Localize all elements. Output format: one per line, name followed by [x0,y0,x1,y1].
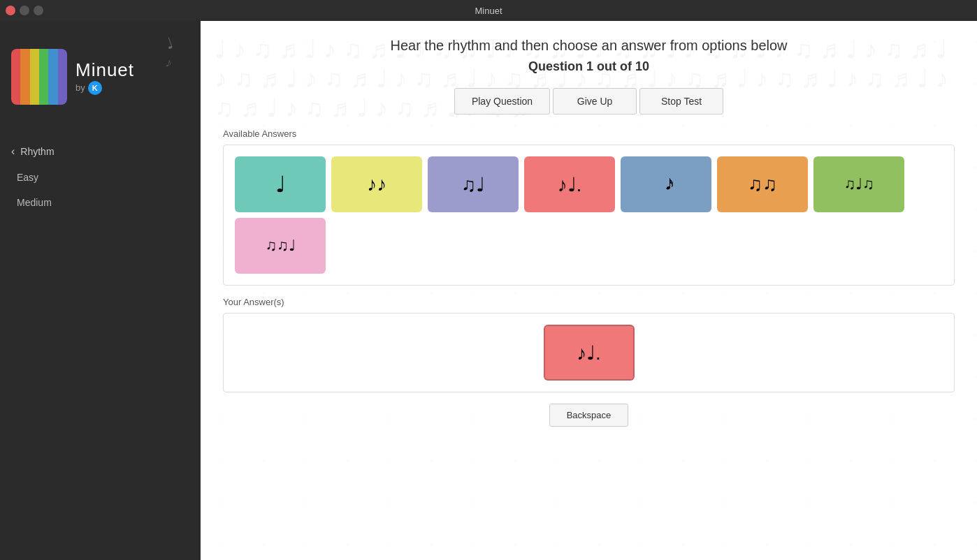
app-icon [11,49,67,105]
note-icon-8: ♫♫♩ [266,237,296,255]
deco-notes: ♩ ♪ [166,35,173,71]
titlebar: Minuet [0,0,977,21]
note-icon-4: ♪♩. [558,173,582,196]
answer-card-7[interactable]: ♫♩♫ [813,156,904,212]
piano-key-3 [30,49,39,105]
nav-back-label: Rhythm [20,146,54,157]
app-name: Minuet [75,59,134,81]
sidebar-item-easy[interactable]: Easy [0,165,201,190]
your-answers-section: ♪♩. [223,313,955,392]
app-logo-area: ♩ ♪ Minuet by K [0,21,201,133]
chevron-left-icon: ‹ [11,145,15,158]
piano-key-2 [20,49,29,105]
answer-card-8[interactable]: ♫♫♩ [235,218,326,274]
app-name-block: Minuet by K [75,59,134,95]
app-body: ♩ ♪ Minuet by K ‹ Rhythm Easy Medium [0,21,977,560]
answer-cards-grid: ♩ ♪♪ ♫♩ ♪♩. 𝅘𝅥𝅯𝅘𝅥𝅯𝅘𝅥𝅯𝅘𝅥𝅯 [235,156,943,274]
note-icon-3: ♫♩ [461,173,485,196]
selected-note-icon: ♪♩. [577,341,601,364]
close-button[interactable] [6,6,15,15]
maximize-button[interactable] [34,6,43,15]
question-label: Question 1 out of 10 [223,59,955,74]
note-icon-7: ♫♩♫ [844,175,874,193]
piano-key-6 [58,49,67,105]
minimize-button[interactable] [20,6,29,15]
answer-card-5[interactable]: 𝅘𝅥𝅯𝅘𝅥𝅯𝅘𝅥𝅯𝅘𝅥𝅯 [621,156,711,212]
answer-card-2[interactable]: ♪♪ [331,156,422,212]
selected-answer-card[interactable]: ♪♩. [544,325,635,381]
main-content: ♩ ♪ ♫ ♬ ♩ ♪ ♫ ♬ ♩ ♪ ♫ ♬ ♩ ♪ ♫ ♬ ♩ ♪ ♫ ♬ … [201,21,977,560]
available-answers-label: Available Answers [223,128,955,139]
available-answers-section: ♩ ♪♪ ♫♩ ♪♩. 𝅘𝅥𝅯𝅘𝅥𝅯𝅘𝅥𝅯𝅘𝅥𝅯 [223,145,955,286]
stop-test-button[interactable]: Stop Test [639,88,723,115]
answer-card-6[interactable]: ♫♫ [717,156,808,212]
backspace-button[interactable]: Backspace [549,404,629,427]
piano-key-1 [11,49,20,105]
answer-card-3[interactable]: ♫♩ [428,156,519,212]
window-controls [6,6,43,15]
sidebar-item-medium[interactable]: Medium [0,190,201,215]
give-up-button[interactable]: Give Up [553,88,637,115]
app-by: by K [75,81,134,95]
kde-badge: K [88,81,102,95]
play-question-button[interactable]: Play Question [454,88,550,115]
piano-key-5 [48,49,57,105]
sidebar: ♩ ♪ Minuet by K ‹ Rhythm Easy Medium [0,21,201,560]
note-icon-2: ♪♪ [367,173,386,196]
note-icon-6: ♫♫ [748,173,777,196]
action-buttons: Play Question Give Up Stop Test [223,88,955,115]
piano-key-4 [39,49,48,105]
window-title: Minuet [475,6,502,16]
answer-card-1[interactable]: ♩ [235,156,326,212]
your-answers-label: Your Answer(s) [223,297,955,307]
piano-keys [11,49,67,105]
instruction-title: Hear the rhythm and then choose an answe… [223,38,955,54]
backspace-row: Backspace [223,404,955,427]
answer-card-4[interactable]: ♪♩. [524,156,615,212]
note-icon-1: ♩ [275,171,286,198]
nav-back-rhythm[interactable]: ‹ Rhythm [0,138,201,165]
sidebar-nav: ‹ Rhythm Easy Medium [0,133,201,221]
